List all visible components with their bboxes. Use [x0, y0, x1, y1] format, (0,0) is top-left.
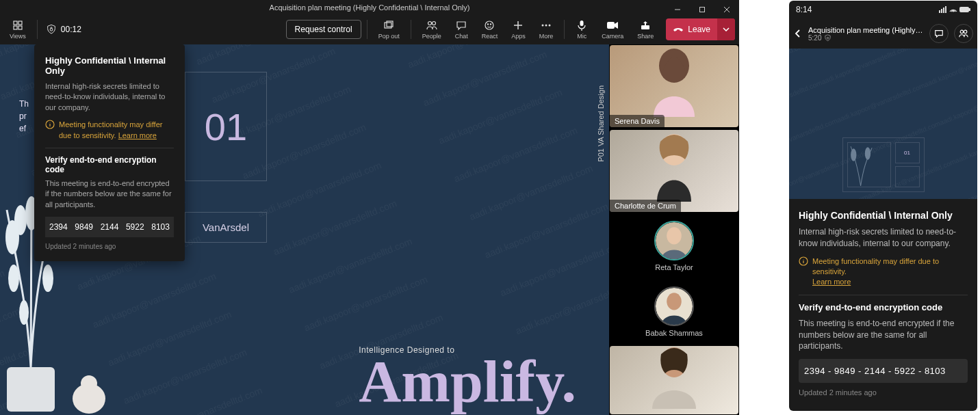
close-button[interactable]: [714, 0, 739, 19]
sensitivity-heading: Highly Confidential \ Internal Only: [799, 210, 968, 221]
chat-button[interactable]: Chat: [450, 14, 474, 44]
back-button[interactable]: [793, 29, 803, 38]
svg-rect-21: [580, 21, 584, 26]
people-icon: [426, 19, 438, 31]
svg-point-20: [548, 25, 550, 27]
svg-rect-34: [81, 375, 97, 392]
svg-point-31: [42, 265, 53, 292]
svg-rect-9: [385, 23, 391, 28]
more-button[interactable]: More: [534, 14, 559, 44]
svg-point-12: [432, 22, 435, 25]
chat-icon: [455, 19, 467, 31]
leave-button[interactable]: Leave: [666, 18, 735, 40]
svg-rect-4: [14, 21, 17, 25]
svg-point-43: [667, 293, 682, 310]
share-icon: [639, 19, 652, 31]
code-segment: 2394: [49, 222, 68, 232]
svg-rect-51: [827, 37, 829, 38]
react-label: React: [482, 33, 498, 40]
views-button[interactable]: Views: [4, 14, 31, 44]
request-control-button[interactable]: Request control: [286, 20, 361, 39]
mic-button[interactable]: Mic: [570, 14, 593, 44]
slide-headline: Intelligence Designed to Amplify.: [359, 345, 576, 411]
mic-icon: [576, 19, 588, 31]
participant-video[interactable]: [610, 346, 738, 414]
svg-point-54: [851, 148, 856, 161]
people-button[interactable]: People: [417, 14, 447, 44]
sensitivity-heading: Highly Confidential \ Internal Only: [45, 55, 174, 76]
share-label: Share: [637, 33, 654, 40]
mobile-chat-button[interactable]: [929, 24, 949, 43]
svg-point-15: [491, 24, 491, 25]
minimize-button[interactable]: [665, 0, 690, 19]
leave-label: Leave: [688, 25, 710, 34]
sensitivity-warning: Meeting functionality may differ due to …: [45, 120, 174, 148]
participant-avatar[interactable]: Babak Shammas: [609, 280, 739, 344]
apps-button[interactable]: Apps: [506, 14, 531, 44]
participant-name: Charlotte de Crum: [610, 200, 681, 212]
participant-video[interactable]: Serena Davis: [610, 45, 738, 127]
encryption-codes-display: 2394 - 9849 - 2144 - 5922 - 8103: [804, 366, 946, 376]
avatar-circle: [654, 286, 694, 326]
svg-point-13: [485, 21, 493, 29]
encryption-updated: Updated 2 minutes ago: [45, 243, 174, 250]
svg-point-52: [960, 30, 963, 33]
svg-point-41: [667, 227, 682, 244]
maximize-button[interactable]: [690, 0, 714, 19]
apps-label: Apps: [511, 33, 526, 40]
slide-number: 01: [205, 105, 247, 149]
shared-screen: aadi.kapoor@vanarsdelltd.comaadi.kapoor@…: [0, 44, 609, 415]
popout-icon: [383, 19, 395, 31]
more-icon: [540, 19, 552, 31]
camera-button[interactable]: Camera: [596, 14, 629, 44]
mobile-meeting-title: Acquisition plan meeting (Highly Confide…: [808, 26, 924, 34]
svg-rect-1: [700, 8, 705, 12]
mobile-sensitivity-panel: Highly Confidential \ Internal Only Inte…: [789, 199, 977, 406]
participant-video[interactable]: Charlotte de Crum: [610, 130, 738, 212]
code-segment: 2144: [101, 222, 119, 232]
share-button[interactable]: Share: [632, 14, 659, 44]
participant-avatar[interactable]: Reta Taylor: [609, 214, 739, 278]
learn-more-link[interactable]: Learn more: [812, 278, 851, 286]
leave-dropdown[interactable]: [717, 18, 735, 40]
shield-lock-icon: [46, 24, 57, 35]
encryption-timer[interactable]: 00:12: [43, 24, 81, 35]
participant-name: Serena Davis: [610, 115, 665, 127]
camera-label: Camera: [602, 33, 623, 40]
svg-point-19: [545, 25, 547, 27]
svg-point-55: [864, 147, 870, 160]
svg-rect-47: [943, 8, 944, 13]
warning-text: Meeting functionality may differ due to …: [812, 257, 939, 276]
svg-point-53: [964, 30, 966, 33]
participant-silhouette: [640, 45, 708, 117]
mobile-clock: 8:14: [796, 5, 812, 14]
svg-rect-7: [18, 26, 22, 29]
mobile-shared-screen[interactable]: aadi.kapoor@vanarsdelltd.comaadi.kapoor@…: [789, 49, 977, 199]
svg-rect-22: [607, 22, 615, 29]
react-icon: [483, 19, 495, 31]
mobile-screen: 8:14 Acquisition plan meeting (Highly Co…: [789, 1, 977, 411]
react-button[interactable]: React: [476, 14, 504, 44]
chat-label: Chat: [455, 33, 468, 40]
svg-point-11: [428, 22, 431, 25]
learn-more-link[interactable]: Learn more: [118, 131, 157, 139]
svg-point-30: [8, 265, 19, 292]
svg-rect-48: [945, 6, 946, 13]
participant-silhouette: [640, 346, 708, 409]
mobile-people-button[interactable]: [954, 24, 973, 43]
verify-heading: Verify end-to-end encryption code: [799, 302, 968, 312]
meeting-timer: 00:12: [61, 25, 81, 34]
code-segment: 5922: [126, 222, 144, 232]
window-title: Acquisition plan meeting (Highly Confide…: [270, 3, 470, 12]
svg-point-18: [541, 25, 543, 27]
svg-rect-8: [50, 29, 52, 31]
popout-button[interactable]: Pop out: [373, 14, 405, 44]
brand-name: VanArsdel: [203, 222, 249, 233]
slide-number-box: 01: [185, 72, 267, 181]
participant-name: Babak Shammas: [645, 329, 703, 337]
people-label: People: [422, 33, 441, 40]
svg-rect-5: [18, 21, 22, 25]
desktop-window: Acquisition plan meeting (Highly Confide…: [0, 0, 739, 415]
participant-silhouette: [640, 130, 708, 202]
svg-rect-50: [969, 8, 970, 11]
